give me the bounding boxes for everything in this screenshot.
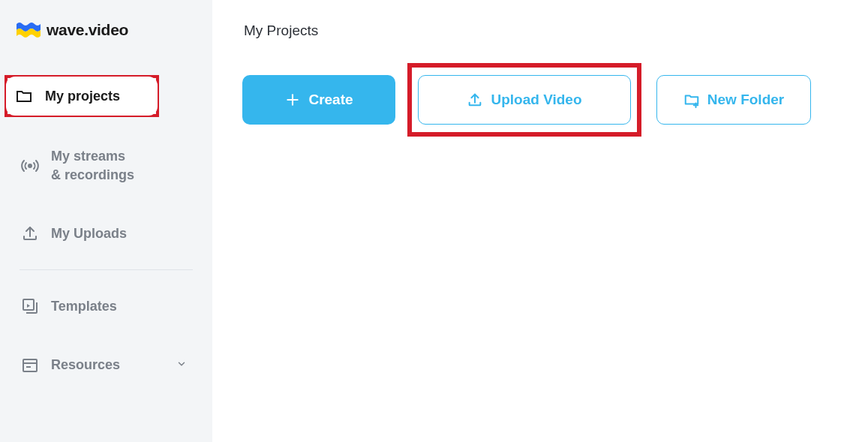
upload-icon [467,92,483,108]
upload-icon [21,224,39,242]
upload-video-button[interactable]: Upload Video [418,75,631,125]
resources-icon [21,356,39,374]
folder-icon [15,87,33,105]
broadcast-icon [21,157,39,175]
button-label: Upload Video [491,92,581,108]
sidebar-item-resources[interactable]: Resources [12,345,200,384]
svg-point-0 [29,164,32,167]
sidebar-item-label: My projects [45,87,120,105]
brand-name: wave.video [47,21,128,39]
sidebar-item-label: My Uploads [51,224,127,242]
create-button[interactable]: Create [242,75,395,125]
wave-logo-icon [17,21,41,39]
new-folder-button[interactable]: New Folder [656,75,811,125]
button-label: Create [308,92,353,108]
chevron-down-icon [176,357,187,373]
plus-icon [284,92,301,108]
main-content: My Projects Create Upload [212,0,868,442]
highlight-upload-video: Upload Video [407,63,641,137]
sidebar-item-label: Templates [51,297,117,315]
new-folder-icon [683,92,700,108]
page-title: My Projects [244,23,838,39]
brand-logo[interactable]: wave.video [12,21,200,39]
svg-rect-2 [23,359,37,371]
sidebar-item-templates[interactable]: Templates [12,287,200,326]
sidebar-item-label: My streams & recordings [51,147,134,184]
button-label: New Folder [707,92,784,108]
sidebar: wave.video My projects My streams & reco… [0,0,212,442]
sidebar-divider [20,269,193,270]
sidebar-item-label: Resources [51,356,120,374]
highlight-my-projects: My projects [5,75,159,117]
svg-rect-1 [23,299,34,310]
action-buttons-row: Create Upload Video [242,63,838,137]
sidebar-item-my-uploads[interactable]: My Uploads [12,214,200,253]
sidebar-item-my-projects[interactable]: My projects [6,77,158,116]
sidebar-item-my-streams[interactable]: My streams & recordings [12,137,200,194]
templates-icon [21,297,39,315]
